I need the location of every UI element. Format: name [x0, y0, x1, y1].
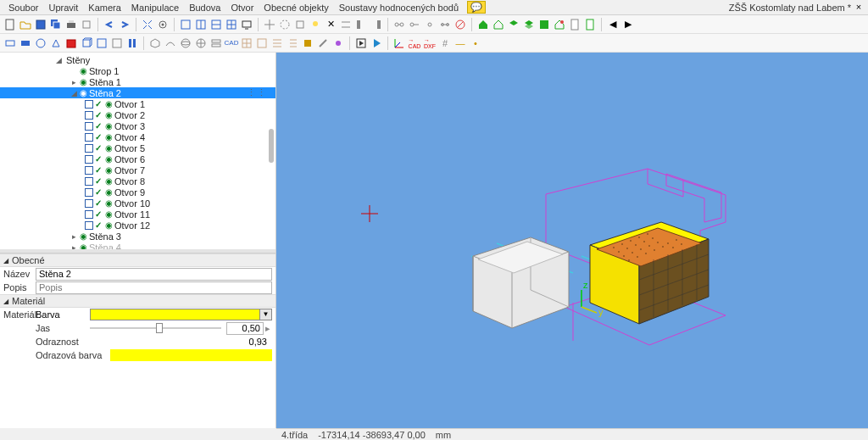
window-layout4-icon[interactable] — [225, 18, 238, 31]
circle-tool-icon[interactable] — [34, 36, 47, 50]
checkbox-icon[interactable] — [85, 188, 93, 197]
hash-icon[interactable]: # — [438, 36, 452, 50]
monitor-icon[interactable] — [240, 18, 253, 31]
checkbox-icon[interactable] — [85, 177, 93, 186]
menu-soustavy[interactable]: Soustavy hodnocených bodů — [334, 1, 464, 14]
cad-text-icon[interactable]: CAD — [225, 36, 238, 50]
menu-manipulace[interactable]: Manipulace — [126, 1, 184, 14]
expander-icon[interactable]: ◢ — [70, 89, 78, 97]
print-icon[interactable] — [64, 18, 78, 31]
fx-icon[interactable] — [331, 36, 345, 50]
tool-icon[interactable] — [316, 36, 330, 50]
move-tool-icon[interactable] — [263, 18, 276, 31]
house-open-icon[interactable] — [492, 18, 505, 31]
visibility-icon[interactable]: ◉ — [80, 242, 87, 249]
menu-obecne-objekty[interactable]: Obecné objekty — [259, 1, 333, 14]
tree-item[interactable]: ✓◉Otvor 3 — [0, 120, 275, 131]
tree-item[interactable]: ✓◉Otvor 7 — [0, 164, 275, 175]
more-icon[interactable]: ⋮⋮ — [247, 87, 272, 98]
checkbox-icon[interactable] — [85, 111, 93, 120]
tree-item[interactable]: ✓◉Otvor 9 — [0, 187, 275, 198]
popis-input[interactable] — [36, 281, 272, 294]
sphere-icon[interactable] — [179, 36, 192, 50]
jas-value-input[interactable]: 0,50 — [226, 322, 264, 335]
export-dxf-icon[interactable]: →DXF — [423, 36, 437, 50]
tree-item[interactable]: ◢◉Stěna 2⋮⋮ — [0, 87, 275, 98]
tree-item[interactable]: ✓◉Otvor 2 — [0, 109, 275, 120]
visibility-icon[interactable]: ◉ — [105, 165, 113, 175]
visibility-icon[interactable]: ◉ — [80, 66, 87, 75]
expand-icon[interactable] — [141, 18, 154, 31]
page-add-icon[interactable] — [583, 18, 597, 31]
expander-icon[interactable]: ◢ — [54, 56, 63, 64]
visibility-icon[interactable]: ◉ — [105, 209, 113, 219]
expander-icon[interactable]: ▸ — [70, 232, 78, 241]
list2-icon[interactable] — [286, 36, 299, 50]
arc-icon[interactable] — [164, 36, 177, 50]
save-green-icon[interactable] — [537, 18, 551, 31]
visibility-icon[interactable]: ◉ — [80, 77, 87, 86]
viewport-3d[interactable]: z y — [276, 53, 868, 428]
menu-soubor[interactable]: Soubor — [3, 1, 43, 14]
undo-icon[interactable] — [103, 18, 116, 31]
tree-item[interactable]: ✓◉Otvor 10 — [0, 198, 275, 209]
gear-icon[interactable] — [156, 18, 170, 31]
checkbox-icon[interactable] — [85, 210, 93, 219]
menu-otvor[interactable]: Otvor — [225, 1, 259, 14]
expander-icon[interactable] — [70, 67, 78, 75]
checkbox-icon[interactable] — [85, 155, 93, 164]
nav-prev-icon[interactable]: ◀ — [606, 18, 620, 31]
light-icon[interactable] — [309, 18, 322, 31]
menu-budova[interactable]: Budova — [184, 1, 225, 14]
window-layout3-icon[interactable] — [209, 18, 223, 31]
tree-item[interactable]: ✓◉Otvor 8 — [0, 175, 275, 187]
save-all-icon[interactable] — [49, 18, 63, 31]
odrazbarva-color-swatch[interactable] — [110, 349, 272, 361]
tree-item[interactable]: ✓◉Otvor 12 — [0, 220, 275, 231]
visibility-icon[interactable]: ◉ — [105, 99, 113, 109]
tree-item[interactable]: ▸◉Stěna 1 — [0, 76, 275, 87]
globe-icon[interactable] — [194, 36, 208, 50]
grid-icon[interactable] — [240, 36, 253, 50]
menu-kamera[interactable]: Kamera — [83, 1, 126, 14]
tree-item[interactable]: ✓◉Otvor 11 — [0, 209, 275, 220]
link1-icon[interactable] — [392, 18, 406, 31]
checkbox-icon[interactable] — [85, 144, 93, 153]
checkbox-icon[interactable] — [85, 199, 93, 208]
paint-icon[interactable] — [301, 36, 314, 50]
new-file-icon[interactable] — [3, 18, 17, 31]
cube3d-icon[interactable] — [148, 36, 162, 50]
object-tree[interactable]: ◢Stěny ◉Strop 1▸◉Stěna 1◢◉Stěna 2⋮⋮✓◉Otv… — [0, 53, 275, 249]
tree-item[interactable]: ◉Strop 1 — [0, 65, 275, 76]
link2-icon[interactable] — [408, 18, 421, 31]
cube-tool-icon[interactable] — [80, 36, 93, 50]
comment-indicator-icon[interactable]: 💬 — [467, 1, 486, 14]
visibility-icon[interactable]: ◉ — [80, 88, 87, 97]
list-icon[interactable] — [270, 36, 284, 50]
visibility-icon[interactable]: ◉ — [105, 220, 113, 230]
visibility-icon[interactable]: ◉ — [105, 187, 113, 197]
pause-icon[interactable] — [125, 36, 139, 50]
tree-item[interactable]: ▸◉Stěna 4 — [0, 242, 275, 249]
export-cad-icon[interactable]: →CAD — [408, 36, 421, 50]
save-icon[interactable] — [34, 18, 47, 31]
snap-icon[interactable]: ✕ — [324, 18, 337, 31]
close-document-button[interactable]: × — [853, 1, 865, 13]
tree-item[interactable]: ✓◉Otvor 1 — [0, 98, 275, 109]
dash-icon[interactable]: — — [453, 36, 467, 50]
grid-left-icon[interactable] — [354, 18, 368, 31]
play-icon[interactable] — [370, 36, 383, 50]
doc-icon[interactable] — [568, 18, 581, 31]
link-bidir-icon[interactable] — [438, 18, 452, 31]
barva-color-picker[interactable]: ▼ — [90, 309, 272, 320]
visibility-icon[interactable]: ◉ — [105, 143, 113, 153]
adjust-icon[interactable] — [339, 18, 353, 31]
calendar-tool-icon[interactable] — [64, 36, 78, 50]
section-material[interactable]: ◢Materiál — [0, 294, 275, 308]
layer-green2-icon[interactable] — [522, 18, 536, 31]
stepper-icon[interactable]: ▸ — [264, 323, 272, 334]
checkbox-icon[interactable] — [85, 221, 93, 230]
rect4-tool-icon[interactable] — [110, 36, 124, 50]
rect3-tool-icon[interactable] — [95, 36, 108, 50]
checkbox-icon[interactable] — [85, 133, 93, 142]
